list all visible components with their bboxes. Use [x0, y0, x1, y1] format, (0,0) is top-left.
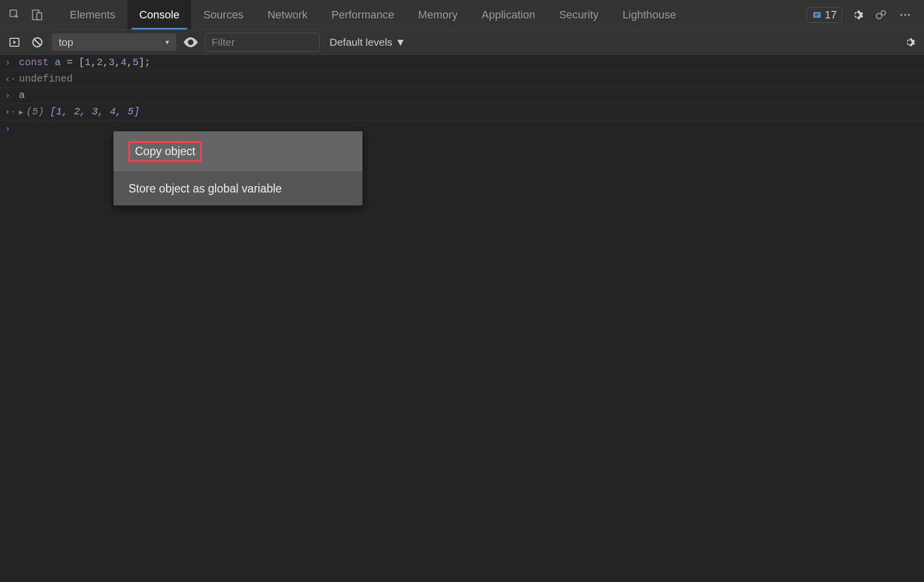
tab-elements[interactable]: Elements	[58, 0, 127, 29]
tab-network[interactable]: Network	[255, 0, 320, 29]
console-settings-icon[interactable]	[901, 34, 918, 51]
devtools-toolbar: Elements Console Sources Network Perform…	[0, 0, 924, 30]
console-output-row[interactable]: ‹· undefined	[0, 71, 924, 88]
console-toolbar: top Default levels ▼	[0, 30, 924, 55]
expand-triangle-icon[interactable]: ▶	[19, 106, 23, 118]
code-line: const a = [1,2,3,4,5];	[19, 57, 919, 69]
svg-point-4	[876, 13, 882, 18]
svg-point-8	[908, 13, 910, 15]
tab-sources[interactable]: Sources	[191, 0, 255, 29]
live-expression-icon[interactable]	[182, 34, 199, 51]
svg-point-6	[900, 13, 902, 15]
more-icon[interactable]	[896, 6, 914, 24]
console-input-row[interactable]: › const a = [1,2,3,4,5];	[0, 55, 924, 71]
tab-performance[interactable]: Performance	[320, 0, 406, 29]
chevron-down-icon: ▼	[395, 36, 406, 48]
console-output-row[interactable]: ‹· ▶(5) [1, 2, 3, 4, 5]	[0, 104, 924, 121]
svg-point-7	[904, 13, 906, 15]
svg-rect-2	[37, 12, 42, 19]
menu-item-copy-object[interactable]: Copy object	[114, 131, 362, 172]
panel-tabs: Elements Console Sources Network Perform…	[58, 0, 805, 29]
devices-icon[interactable]	[872, 6, 890, 24]
menu-label: Store object as global variable	[128, 182, 282, 195]
tab-lighthouse[interactable]: Lighthouse	[610, 0, 688, 29]
input-chevron-icon: ›	[5, 90, 13, 101]
console-output: › const a = [1,2,3,4,5]; ‹· undefined › …	[0, 55, 924, 137]
issues-count: 17	[825, 8, 837, 21]
svg-rect-3	[813, 12, 820, 18]
device-toggle-icon[interactable]	[28, 6, 46, 24]
issues-badge[interactable]: 17	[807, 7, 842, 23]
toggle-sidebar-icon[interactable]	[6, 34, 23, 51]
undefined-output: undefined	[19, 73, 919, 85]
array-values: [1, 2, 3, 4, 5]	[50, 106, 139, 117]
levels-label: Default levels	[330, 36, 392, 48]
prompt-chevron-icon: ›	[5, 123, 13, 135]
inspect-element-icon[interactable]	[6, 6, 24, 24]
array-output: ▶(5) [1, 2, 3, 4, 5]	[19, 106, 919, 118]
svg-point-5	[881, 10, 886, 15]
tab-security[interactable]: Security	[547, 0, 610, 29]
tab-console[interactable]: Console	[127, 0, 192, 29]
menu-item-store-global[interactable]: Store object as global variable	[114, 172, 362, 205]
svg-point-11	[189, 41, 192, 44]
log-levels-select[interactable]: Default levels ▼	[330, 36, 406, 48]
tab-application[interactable]: Application	[469, 0, 547, 29]
execution-context-select[interactable]: top	[52, 33, 176, 51]
output-chevron-icon: ‹·	[5, 73, 13, 85]
clear-console-icon[interactable]	[29, 34, 46, 51]
settings-icon[interactable]	[848, 6, 866, 24]
tab-memory[interactable]: Memory	[406, 0, 469, 29]
filter-input[interactable]	[205, 33, 320, 52]
console-input-row[interactable]: › a	[0, 88, 924, 104]
output-chevron-icon: ‹·	[5, 106, 13, 118]
menu-label: Copy object	[128, 141, 202, 162]
input-chevron-icon: ›	[5, 57, 13, 69]
context-menu: Copy object Store object as global varia…	[114, 131, 362, 205]
variable-ref: a	[19, 90, 919, 101]
